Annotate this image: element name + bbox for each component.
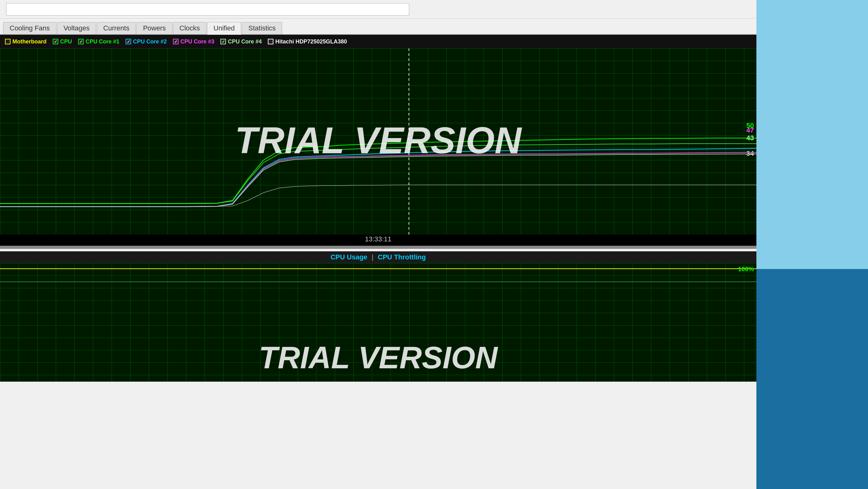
- legend-motherboard[interactable]: Motherboard: [5, 38, 46, 45]
- cpu-checkbox[interactable]: [53, 39, 58, 45]
- temperature-chart: Motherboard CPU CPU Core #1 CPU Core #2 …: [0, 35, 756, 246]
- cpu-core-1-checkbox[interactable]: [78, 39, 84, 45]
- cpu-usage-lines-svg: [0, 263, 756, 382]
- cpu-core-4-checkbox[interactable]: [220, 39, 226, 45]
- tab-unified[interactable]: Unified: [207, 22, 241, 35]
- legend-cpu-core-2[interactable]: CPU Core #2: [126, 38, 167, 45]
- tab-voltages[interactable]: Voltages: [57, 22, 96, 34]
- chart-divider: [0, 246, 756, 249]
- cpu-core-3-checkbox[interactable]: [173, 39, 179, 45]
- tab-powers[interactable]: Powers: [136, 22, 172, 34]
- cpu-throttling-label: CPU Throttling: [378, 253, 426, 261]
- time-label: 13:33:11: [365, 235, 392, 243]
- value-100: 100%: [738, 266, 754, 273]
- tab-currents[interactable]: Currents: [97, 22, 136, 34]
- legend-cpu-core-1[interactable]: CPU Core #1: [78, 38, 119, 45]
- hitachi-checkbox[interactable]: [268, 39, 273, 45]
- cpu-core-2-checkbox[interactable]: [126, 39, 131, 45]
- label-separator: |: [372, 253, 374, 261]
- legend-cpu-core-4[interactable]: CPU Core #4: [220, 38, 261, 45]
- cpu-usage-label: CPU Usage: [331, 253, 367, 261]
- tab-statistics[interactable]: Statistics: [242, 22, 282, 34]
- background-sky: [750, 0, 868, 489]
- tab-bar: Cooling Fans Voltages Currents Powers Cl…: [0, 19, 756, 35]
- cpu-usage-chart: CPU Usage | CPU Throttling 100% TRIAL VE…: [0, 251, 756, 382]
- legend-cpu[interactable]: CPU: [53, 38, 72, 45]
- app-window: Cooling Fans Voltages Currents Powers Cl…: [0, 0, 756, 489]
- legend-bar: Motherboard CPU CPU Core #1 CPU Core #2 …: [0, 35, 756, 49]
- tab-cooling-fans[interactable]: Cooling Fans: [3, 22, 56, 34]
- legend-hitachi[interactable]: Hitachi HDP725025GLA380: [268, 38, 347, 45]
- motherboard-checkbox[interactable]: [5, 39, 10, 45]
- legend-cpu-core-3[interactable]: CPU Core #3: [173, 38, 214, 45]
- top-area: [0, 0, 756, 19]
- top-bar-input[interactable]: [6, 3, 409, 16]
- cursor-line: [409, 49, 409, 235]
- usage-label-bar: CPU Usage | CPU Throttling: [0, 251, 756, 263]
- tab-clocks[interactable]: Clocks: [173, 22, 207, 34]
- temperature-lines-svg: [0, 49, 756, 235]
